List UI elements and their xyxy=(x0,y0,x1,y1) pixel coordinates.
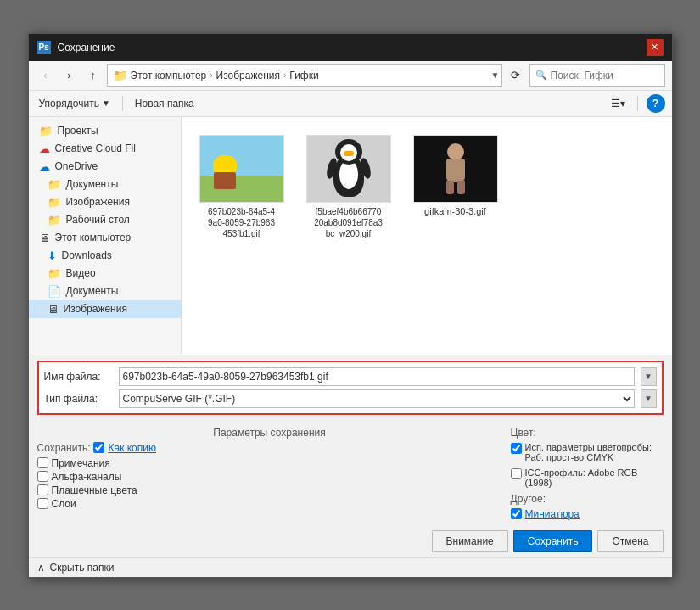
ps-icon: Ps xyxy=(37,41,51,54)
cloud-icon: ☁ xyxy=(39,143,50,155)
sidebar-item-label: Проекты xyxy=(58,125,98,137)
organize-label: Упорядочить xyxy=(39,98,99,109)
profile-text: ICC-профиль: Adobe RGB (1998) xyxy=(525,467,664,488)
breadcrumb-bar[interactable]: 📁 Этот компьютер › Изображения › Гифки ▼ xyxy=(107,64,502,87)
sidebar-item-documents[interactable]: 📄 Документы xyxy=(29,283,181,300)
thumbnail-checkbox[interactable] xyxy=(511,508,522,519)
sidebar-item-label: OneDrive xyxy=(55,160,98,172)
sidebar-item-label: Документы xyxy=(66,178,119,190)
other-label: Другое: xyxy=(511,493,664,505)
folder-icon: 📁 xyxy=(39,125,53,137)
help-button[interactable]: ? xyxy=(647,94,665,113)
breadcrumb-part1: Этот компьютер xyxy=(131,70,207,81)
icc-profile-option: Исп. параметры цветопробы: Раб. прост-во… xyxy=(511,442,664,462)
downloads-icon: ⬇ xyxy=(48,249,57,262)
thumbnail-label: Миниатюра xyxy=(525,508,580,520)
sidebar-item-label: Видео xyxy=(66,267,96,279)
profile-checkbox[interactable] xyxy=(511,468,522,479)
sidebar-item-images[interactable]: 🖥 Изображения xyxy=(29,300,181,318)
back-button[interactable]: ‹ xyxy=(36,65,56,86)
file-thumbnail xyxy=(199,135,284,203)
options-right: Цвет: Исп. параметры цветопробы: Раб. пр… xyxy=(511,427,664,520)
layers-option: Слои xyxy=(37,498,502,510)
new-folder-label: Новая папка xyxy=(135,98,194,109)
cancel-button[interactable]: Отмена xyxy=(597,530,663,552)
sidebar-item-images-od[interactable]: 📁 Изображения xyxy=(29,193,181,211)
filetype-select[interactable]: CompuServe GIF (*.GIF) xyxy=(119,389,635,408)
up-button[interactable]: ↑ xyxy=(83,65,104,86)
new-folder-button[interactable]: Новая папка xyxy=(132,96,198,111)
file-item[interactable]: f5baef4b6b6677020ab8d091ef78a3bc_w200.gi… xyxy=(302,131,395,243)
search-input[interactable] xyxy=(551,70,652,81)
folder-icon: 📁 xyxy=(48,267,61,280)
search-bar: 🔍 xyxy=(529,64,665,87)
sidebar-item-this-pc[interactable]: 🖥 Этот компьютер xyxy=(29,229,181,247)
main-area: 📁 Проекты ☁ Creative Cloud Fil ☁ OneDriv… xyxy=(29,117,672,355)
filename-dropdown[interactable]: ▼ xyxy=(641,367,657,386)
file-thumbnail xyxy=(306,135,391,203)
filename-label: Имя файла: xyxy=(44,371,112,383)
spot-checkbox[interactable] xyxy=(37,484,48,495)
refresh-button[interactable]: ⟳ xyxy=(506,65,526,86)
notes-option: Примечания xyxy=(37,457,502,469)
navigation-toolbar: ‹ › ↑ 📁 Этот компьютер › Изображения › Г… xyxy=(29,61,672,91)
breadcrumb-part2: Изображения xyxy=(216,70,280,81)
hide-folders-chevron: ∧ xyxy=(37,562,45,574)
folder-icon: 📁 xyxy=(48,178,61,191)
options-left: Параметры сохранения Сохранить: Как копи… xyxy=(37,427,502,520)
titlebar: Ps Сохранение ✕ xyxy=(29,34,672,61)
layers-checkbox[interactable] xyxy=(37,498,48,509)
file-name: gifkam-30-3.gif xyxy=(424,206,486,216)
sidebar-item-onedrive[interactable]: ☁ OneDrive xyxy=(29,158,181,176)
save-as-row: Сохранить: Как копию xyxy=(37,442,502,454)
save-button[interactable]: Сохранить xyxy=(513,530,593,552)
attention-button[interactable]: Внимание xyxy=(432,530,508,552)
sidebar-item-label: Изображения xyxy=(64,303,127,315)
sidebar-item-label: Изображения xyxy=(66,196,130,208)
file-name: f5baef4b6b6677020ab8d091ef78a3bc_w200.gi… xyxy=(314,206,383,239)
file-item[interactable]: gifkam-30-3.gif xyxy=(409,131,502,243)
icc-checkbox[interactable] xyxy=(511,443,522,454)
color-label: Цвет: xyxy=(511,427,664,439)
color-profile-option: ICC-профиль: Adobe RGB (1998) xyxy=(511,467,664,488)
sidebar-item-projects[interactable]: 📁 Проекты xyxy=(29,122,181,140)
sidebar-item-creative-cloud[interactable]: ☁ Creative Cloud Fil xyxy=(29,140,181,158)
save-as-label: Сохранить: xyxy=(37,442,91,454)
file-item[interactable]: 697b023b-64a5-49a0-8059-27b963453fb1.gif xyxy=(195,131,288,243)
spot-label: Плашечные цвета xyxy=(52,484,137,496)
options-title: Параметры сохранения xyxy=(37,427,502,439)
breadcrumb-sep1: › xyxy=(210,70,212,80)
sidebar-item-documents-od[interactable]: 📁 Документы xyxy=(29,176,181,193)
view-toggle-button[interactable]: ☰▾ xyxy=(608,93,629,114)
sidebar-item-label: Downloads xyxy=(62,249,112,261)
notes-label: Примечания xyxy=(52,457,110,469)
filename-input[interactable] xyxy=(119,367,635,386)
breadcrumb-part3: Гифки xyxy=(289,70,318,81)
hide-folders-label: Скрыть папки xyxy=(50,562,115,574)
save-as-checkbox[interactable] xyxy=(93,442,104,453)
filetype-label: Тип файла: xyxy=(44,393,112,405)
organize-dropdown-icon: ▼ xyxy=(102,98,110,108)
folder-icon: 📁 xyxy=(48,196,61,209)
alpha-checkbox[interactable] xyxy=(37,471,48,482)
save-as-link[interactable]: Как копию xyxy=(108,442,156,454)
sidebar-item-desktop-od[interactable]: 📁 Рабочий стол xyxy=(29,211,181,229)
breadcrumb-dropdown[interactable]: ▼ xyxy=(491,70,500,80)
sidebar-item-label: Рабочий стол xyxy=(66,214,130,226)
spot-option: Плашечные цвета xyxy=(37,484,502,496)
sidebar-item-downloads[interactable]: ⬇ Downloads xyxy=(29,247,181,265)
bottom-section: Имя файла: ▼ Тип файла: CompuServe GIF (… xyxy=(29,355,672,417)
search-icon: 🔍 xyxy=(535,70,547,81)
notes-checkbox[interactable] xyxy=(37,457,48,468)
icc-text: Исп. параметры цветопробы: Раб. прост-во… xyxy=(525,442,664,462)
close-button[interactable]: ✕ xyxy=(647,39,664,56)
sidebar-item-video[interactable]: 📁 Видео xyxy=(29,265,181,283)
sidebar-item-label: Этот компьютер xyxy=(55,232,132,243)
organize-button[interactable]: Упорядочить ▼ xyxy=(36,96,114,111)
forward-button[interactable]: › xyxy=(59,65,80,86)
document-icon: 📄 xyxy=(48,285,61,298)
options-section: Параметры сохранения Сохранить: Как копи… xyxy=(29,423,672,523)
file-thumbnail xyxy=(413,135,498,203)
filetype-dropdown[interactable]: ▼ xyxy=(641,389,657,408)
hide-folders-row[interactable]: ∧ Скрыть папки xyxy=(29,557,672,577)
